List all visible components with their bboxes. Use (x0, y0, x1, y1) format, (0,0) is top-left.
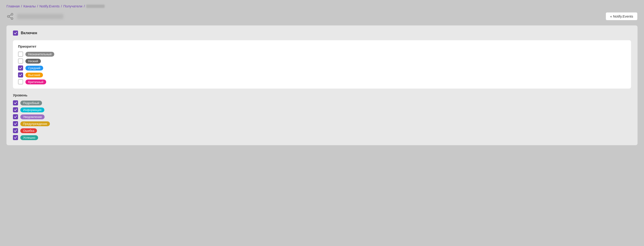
check-icon (14, 115, 17, 118)
priority-item: Низкий (18, 59, 626, 64)
header-blurred-title (17, 14, 63, 19)
check-icon (14, 32, 17, 35)
page-wrapper: Главная / Каналы / Notify.Events / Получ… (0, 0, 644, 149)
level-badge-0: Подробный (20, 101, 42, 105)
priority-checkbox-3[interactable] (18, 72, 23, 77)
check-icon (14, 101, 17, 105)
level-badge-4: Ошибка (20, 128, 37, 133)
level-checkbox-4[interactable] (13, 128, 18, 133)
priority-item: Критичный (18, 79, 626, 84)
enabled-checkbox[interactable] (13, 31, 18, 36)
priority-badge-2: Средний (26, 66, 43, 71)
level-item: Предупреждение (13, 121, 631, 126)
level-title: Уровень (13, 93, 631, 97)
check-icon (14, 122, 17, 125)
level-badge-3: Предупреждение (20, 121, 50, 126)
priority-title: Приоритет (18, 44, 626, 48)
priority-checkbox-1[interactable] (18, 59, 23, 64)
check-icon (14, 108, 17, 111)
check-icon (14, 129, 17, 132)
notify-events-button[interactable]: « Notify.Events (606, 12, 638, 20)
level-checkbox-1[interactable] (13, 107, 18, 112)
breadcrumb-sep-1: / (21, 4, 22, 8)
level-badge-5: Успешно (20, 135, 38, 140)
enabled-label: Включен (21, 31, 37, 35)
level-checkbox-3[interactable] (13, 121, 18, 126)
priority-badge-4: Критичный (26, 80, 46, 84)
level-section: Уровень Подробный Информация (13, 93, 631, 140)
check-icon (19, 73, 22, 77)
svg-line-4 (9, 15, 11, 16)
level-item: Ошибка (13, 128, 631, 133)
breadcrumb-sep-3: / (61, 4, 62, 8)
check-icon (14, 136, 17, 139)
breadcrumb-channels[interactable]: Каналы (23, 4, 36, 8)
priority-badge-3: Высокий (26, 73, 43, 77)
level-badge-1: Информация (20, 108, 44, 112)
breadcrumb-blurred (86, 5, 105, 8)
priority-badge-0: Незначительный (26, 52, 54, 57)
level-item: Информация (13, 107, 631, 112)
breadcrumb-recipients[interactable]: Получатели (63, 4, 82, 8)
header-left (6, 13, 63, 20)
priority-checkbox-4[interactable] (18, 79, 23, 84)
priority-item: Высокий (18, 72, 626, 77)
priority-item: Средний (18, 65, 626, 71)
level-items: Подробный Информация Уведомление (13, 100, 631, 140)
priority-checkbox-2[interactable] (18, 65, 23, 71)
priority-box: Приоритет Незначительный Низкий Средний (13, 40, 631, 89)
header-row: « Notify.Events (6, 12, 638, 20)
level-item: Успешно (13, 135, 631, 140)
main-card: Включен Приоритет Незначительный Низкий … (6, 26, 638, 145)
breadcrumb-sep-2: / (37, 4, 38, 8)
level-checkbox-0[interactable] (13, 100, 18, 105)
check-icon (19, 66, 22, 70)
priority-checkbox-0[interactable] (18, 52, 23, 57)
svg-line-3 (9, 17, 11, 18)
breadcrumb: Главная / Каналы / Notify.Events / Получ… (6, 4, 638, 8)
level-checkbox-5[interactable] (13, 135, 18, 140)
level-item: Подробный (13, 100, 631, 105)
breadcrumb-home[interactable]: Главная (6, 4, 20, 8)
priority-items: Незначительный Низкий Средний Высокий (18, 52, 626, 84)
level-item: Уведомление (13, 114, 631, 119)
svg-point-1 (8, 16, 9, 17)
svg-point-2 (11, 18, 13, 20)
share-icon (6, 13, 14, 20)
level-badge-2: Уведомление (20, 114, 44, 119)
priority-badge-1: Низкий (26, 59, 41, 64)
priority-item: Незначительный (18, 52, 626, 57)
svg-point-0 (11, 13, 13, 15)
breadcrumb-sep-4: / (84, 4, 85, 8)
level-checkbox-2[interactable] (13, 114, 18, 119)
enabled-row: Включен (13, 31, 631, 36)
breadcrumb-notify-events[interactable]: Notify.Events (40, 4, 60, 8)
